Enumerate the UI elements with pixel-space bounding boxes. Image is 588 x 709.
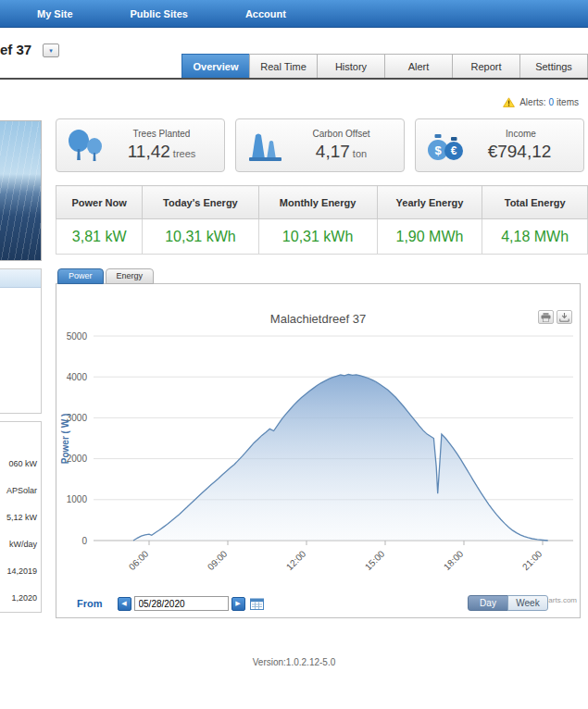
print-chart-button[interactable] — [538, 310, 554, 324]
detail-fragment: 1,2020 — [0, 593, 41, 620]
svg-text:1000: 1000 — [67, 494, 88, 504]
value-total-energy: 4,18 MWh — [482, 219, 588, 255]
value-yearly-energy: 1,90 MWh — [377, 219, 482, 255]
tab-history[interactable]: History — [317, 54, 385, 78]
col-yearly-energy: Yearly Energy — [377, 186, 482, 219]
income-value: €794,12 — [488, 142, 552, 161]
col-todays-energy: Today's Energy — [143, 186, 258, 219]
detail-fragment: APSolar — [0, 486, 41, 513]
detail-fragment: 14,2019 — [0, 566, 41, 593]
carbon-label: Carbon Offset — [286, 129, 396, 139]
chevron-left-icon: ◀ — [121, 600, 126, 607]
chevron-right-icon: ▶ — [235, 600, 240, 607]
stat-cards-row: Trees Planted 11,42trees Carbon Offset 4… — [56, 118, 584, 172]
energy-summary-table: Power Now Today's Energy Monthly Energy … — [56, 185, 588, 255]
alerts-row: Alerts: 0 items — [0, 93, 588, 111]
alerts-count[interactable]: 0 — [549, 97, 555, 107]
svg-text:12:00: 12:00 — [284, 548, 308, 572]
printer-icon — [541, 313, 551, 322]
factory-icon — [244, 129, 286, 162]
income-label: Income — [466, 129, 576, 139]
tab-settings[interactable]: Settings — [519, 54, 588, 78]
tab-alert[interactable]: Alert — [384, 54, 453, 78]
header-row: ef 37 ▼ Overview Real Time History Alert… — [0, 28, 588, 80]
card-income: $ € Income €794,12 — [415, 118, 584, 172]
date-input[interactable] — [134, 596, 229, 611]
trees-label: Trees Planted — [106, 129, 217, 139]
chart-tab-strip: Power Energy — [57, 268, 588, 284]
svg-text:21:00: 21:00 — [520, 548, 544, 572]
range-toggle: Day Week — [468, 595, 548, 611]
detail-fragment: kW/day — [0, 540, 41, 566]
value-power-now: 3,81 kW — [56, 219, 143, 255]
from-label: From — [77, 598, 103, 609]
top-nav-bar: My Site Public Sites Account — [0, 0, 588, 28]
chart-tab-power[interactable]: Power — [57, 268, 104, 284]
chevron-down-icon: ▼ — [48, 48, 54, 54]
alerts-suffix: items — [557, 97, 579, 107]
power-area-chart: 01000200030004000500006:0009:0012:0015:0… — [56, 284, 580, 578]
svg-text:5000: 5000 — [67, 331, 88, 342]
card-carbon-offset: Carbon Offset 4,17ton — [235, 118, 405, 172]
warning-icon — [503, 97, 515, 107]
tab-overview[interactable]: Overview — [181, 54, 250, 78]
chart-title: Malachietdreef 37 — [56, 312, 580, 326]
power-chart-panel: Malachietdreef 37 0100020003000400050000… — [56, 283, 581, 618]
svg-text:18:00: 18:00 — [442, 548, 466, 572]
svg-text:09:00: 09:00 — [206, 548, 230, 572]
solar-panels-photo — [0, 120, 42, 261]
value-todays-energy: 10,31 kWh — [143, 219, 258, 255]
calendar-button[interactable] — [250, 598, 264, 610]
value-monthly-energy: 10,31 kWh — [258, 219, 377, 255]
download-icon — [559, 313, 569, 322]
energy-table-value-row: 3,81 kW 10,31 kWh 10,31 kWh 1,90 MWh 4,1… — [56, 219, 588, 255]
version-text: Version:1.0.2.12-5.0 — [0, 657, 588, 667]
svg-text:4000: 4000 — [67, 372, 88, 382]
col-total-energy: Total Energy — [482, 186, 588, 219]
detail-fragment: 060 kW — [0, 459, 41, 486]
carbon-unit: ton — [353, 148, 367, 159]
week-button[interactable]: Week — [507, 595, 548, 611]
energy-table-header-row: Power Now Today's Energy Monthly Energy … — [56, 186, 588, 219]
alerts-label: Alerts: — [519, 97, 545, 107]
trees-icon — [64, 129, 106, 162]
tab-report[interactable]: Report — [452, 54, 520, 78]
trees-value: 11,42 — [128, 142, 170, 161]
svg-text:06:00: 06:00 — [127, 548, 151, 572]
prev-day-button[interactable]: ◀ — [118, 597, 131, 611]
chart-watermark: arts.com — [548, 596, 577, 604]
left-panel-header — [0, 269, 41, 288]
svg-text:Power ( W ): Power ( W ) — [60, 414, 70, 464]
site-details-panel-cutoff: 060 kW APSolar 5,12 kW kW/day 14,2019 1,… — [0, 421, 42, 613]
export-chart-button[interactable] — [557, 310, 572, 324]
svg-text:0: 0 — [81, 536, 87, 546]
nav-my-site[interactable]: My Site — [37, 0, 73, 28]
nav-account[interactable]: Account — [245, 0, 286, 28]
col-power-now: Power Now — [56, 186, 143, 219]
left-panel-cutoff — [0, 268, 42, 414]
card-trees-planted: Trees Planted 11,42trees — [56, 118, 225, 172]
svg-text:15:00: 15:00 — [363, 548, 387, 572]
tab-strip: Overview Real Time History Alert Report … — [0, 54, 588, 80]
carbon-value: 4,17 — [316, 142, 350, 161]
detail-fragment: 5,12 kW — [0, 513, 41, 540]
dollar-glyph: $ — [434, 143, 442, 157]
day-button[interactable]: Day — [468, 595, 508, 611]
chart-tab-energy[interactable]: Energy — [106, 268, 155, 284]
tab-real-time[interactable]: Real Time — [249, 54, 318, 78]
col-monthly-energy: Monthly Energy — [258, 186, 377, 219]
money-bags-icon: $ € — [423, 129, 466, 162]
next-day-button[interactable]: ▶ — [231, 597, 245, 611]
nav-public-sites[interactable]: Public Sites — [131, 0, 188, 28]
trees-unit: trees — [173, 148, 195, 159]
calendar-icon — [250, 598, 264, 610]
euro-glyph: € — [451, 144, 457, 157]
